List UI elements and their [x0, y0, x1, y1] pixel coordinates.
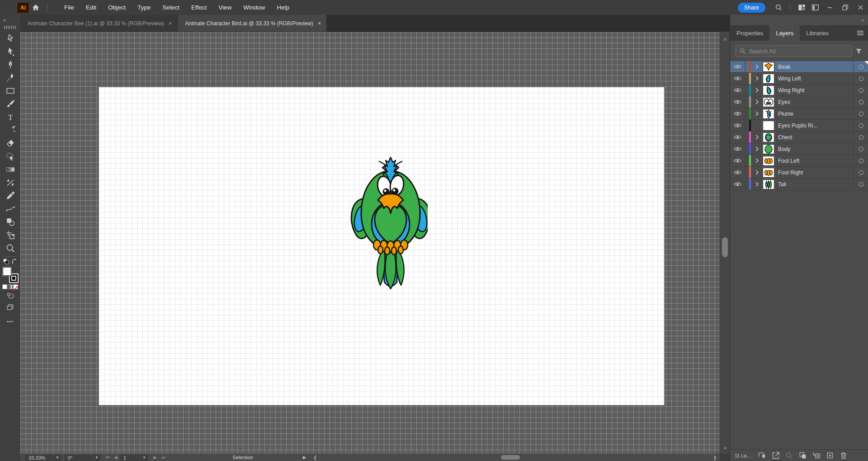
- lock-column[interactable]: [745, 73, 749, 84]
- search-icon[interactable]: [772, 2, 785, 14]
- artboard-tool[interactable]: [0, 228, 20, 241]
- pen-tool[interactable]: [0, 58, 20, 71]
- fill-stroke-indicator[interactable]: [2, 267, 19, 283]
- lock-column[interactable]: [745, 120, 749, 131]
- expand-chevron-icon[interactable]: [751, 170, 763, 175]
- restore-icon[interactable]: [837, 1, 853, 14]
- rotation-dropdown-icon[interactable]: ▼: [93, 455, 101, 461]
- layer-row-beak[interactable]: Beak: [730, 61, 868, 73]
- tab-properties[interactable]: Properties: [730, 25, 769, 41]
- zoom-tool[interactable]: [0, 241, 20, 254]
- rotate-tool[interactable]: [0, 123, 20, 136]
- menu-object[interactable]: Object: [102, 0, 132, 15]
- tab-libraries[interactable]: Libraries: [800, 25, 835, 41]
- visibility-eye-icon[interactable]: [730, 96, 745, 108]
- visibility-eye-icon[interactable]: [730, 108, 745, 119]
- document-setup-icon[interactable]: [808, 2, 822, 14]
- close-icon[interactable]: [853, 1, 868, 14]
- target-circle-icon[interactable]: [859, 170, 863, 175]
- scroll-left-icon[interactable]: ❮: [313, 455, 317, 460]
- scroll-up-icon[interactable]: ˄: [720, 35, 730, 43]
- layer-row-eyes[interactable]: Eyes: [730, 96, 868, 108]
- lock-column[interactable]: [745, 132, 749, 143]
- horizontal-scroll-thumb[interactable]: [501, 455, 520, 460]
- gradient-tool[interactable]: [0, 163, 20, 176]
- minimize-icon[interactable]: [822, 1, 837, 14]
- selection-tool[interactable]: [0, 32, 20, 45]
- rotation-field[interactable]: 0°: [64, 455, 92, 461]
- target-circle-icon[interactable]: [859, 135, 863, 140]
- visibility-eye-icon[interactable]: [730, 61, 745, 72]
- screen-mode-button[interactable]: [0, 301, 20, 312]
- expand-chevron-icon[interactable]: [751, 99, 763, 104]
- menu-view[interactable]: View: [212, 0, 237, 15]
- swap-fill-stroke-icon[interactable]: [11, 258, 17, 266]
- layers-search-box[interactable]: [736, 45, 852, 57]
- menu-select[interactable]: Select: [156, 0, 185, 15]
- status-menu-icon[interactable]: ▶: [303, 455, 306, 460]
- lock-column[interactable]: [745, 108, 749, 119]
- artboard-dropdown-icon[interactable]: ▼: [140, 455, 148, 461]
- layer-row-wing-right[interactable]: Wing Right: [730, 85, 868, 96]
- tab-layers[interactable]: Layers: [769, 25, 800, 41]
- expand-toolbar-icon[interactable]: »: [3, 18, 5, 23]
- visibility-eye-icon[interactable]: [730, 120, 745, 131]
- tab-close-icon[interactable]: ×: [169, 20, 172, 27]
- target-circle-icon[interactable]: [859, 100, 863, 104]
- layer-row-body[interactable]: Body: [730, 143, 868, 155]
- last-artboard-icon[interactable]: ⏭: [159, 455, 167, 460]
- share-button[interactable]: Share: [738, 3, 765, 13]
- lock-column[interactable]: [745, 96, 749, 108]
- layer-row-chest[interactable]: Chest: [730, 132, 868, 143]
- width-tool[interactable]: [0, 176, 20, 189]
- new-sublayer-icon[interactable]: [811, 451, 822, 461]
- paintbrush-tool[interactable]: [0, 97, 20, 110]
- layer-row-foot-right[interactable]: Foot Right: [730, 167, 868, 179]
- document-tab-2[interactable]: Animate Character Bird.ai @ 33.33 % (RGB…: [178, 15, 327, 32]
- expand-chevron-icon[interactable]: [751, 88, 763, 93]
- visibility-eye-icon[interactable]: [730, 179, 745, 190]
- eyedropper-tool[interactable]: [0, 189, 20, 202]
- artboard-number-field[interactable]: 1: [120, 455, 140, 461]
- previous-artboard-icon[interactable]: ◀: [112, 455, 120, 460]
- layer-row-tail[interactable]: Tail: [730, 179, 868, 190]
- lock-column[interactable]: [745, 155, 749, 166]
- target-circle-icon[interactable]: [859, 112, 863, 116]
- menu-window[interactable]: Window: [237, 0, 271, 15]
- target-circle-icon[interactable]: [859, 147, 863, 151]
- gradient-mode-button[interactable]: [8, 284, 13, 289]
- layer-row-eyes-pupils-ri[interactable]: Eyes Pupils Ri...: [730, 120, 868, 132]
- collapse-panel-icon[interactable]: »: [861, 18, 863, 23]
- scroll-down-icon[interactable]: ˅: [720, 444, 730, 452]
- bird-artwork[interactable]: [349, 156, 428, 292]
- color-mode-button[interactable]: [2, 284, 7, 289]
- target-circle-icon[interactable]: [859, 76, 863, 81]
- document-tab-1[interactable]: Animate Character Bee (1).ai @ 33.33 % (…: [20, 15, 178, 32]
- menu-effect[interactable]: Effect: [185, 0, 212, 15]
- canvas-pasteboard[interactable]: [20, 32, 720, 454]
- target-circle-icon[interactable]: [859, 65, 863, 69]
- menu-edit[interactable]: Edit: [80, 0, 102, 15]
- scroll-right-icon[interactable]: ❯: [713, 455, 717, 460]
- home-icon[interactable]: [29, 2, 42, 14]
- new-layer-icon[interactable]: [824, 451, 836, 461]
- lock-column[interactable]: [745, 143, 749, 155]
- layer-row-foot-left[interactable]: Foot Left: [730, 155, 868, 167]
- tab-close-icon[interactable]: ×: [318, 20, 321, 27]
- smooth-tool[interactable]: [0, 202, 20, 215]
- arrange-documents-icon[interactable]: [795, 2, 808, 14]
- expand-chevron-icon[interactable]: [751, 158, 763, 163]
- default-fill-stroke-icon[interactable]: [3, 258, 9, 266]
- search-icon[interactable]: [783, 451, 795, 461]
- toolbar-grip[interactable]: [4, 26, 16, 29]
- rectangle-tool[interactable]: [0, 84, 20, 97]
- panel-menu-icon[interactable]: [852, 25, 868, 41]
- next-artboard-icon[interactable]: ▶: [151, 455, 159, 460]
- fill-swatch[interactable]: [2, 267, 12, 276]
- expand-chevron-icon[interactable]: [751, 146, 763, 151]
- layer-row-wing-left[interactable]: Wing Left: [730, 73, 868, 85]
- expand-chevron-icon[interactable]: [751, 64, 763, 69]
- illustrator-logo-icon[interactable]: Ai: [17, 2, 29, 13]
- lasso-tool[interactable]: [0, 150, 20, 163]
- menu-type[interactable]: Type: [132, 0, 156, 15]
